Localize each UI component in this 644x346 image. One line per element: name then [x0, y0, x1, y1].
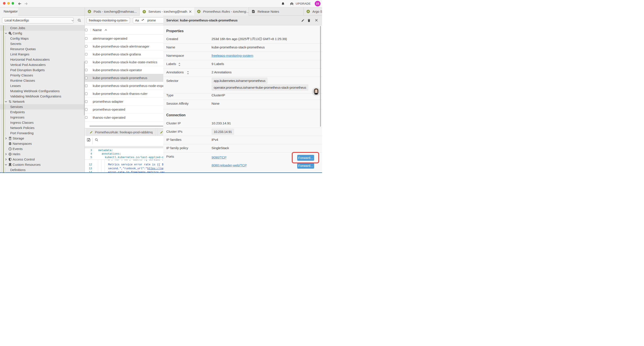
svg-text:*: * — [143, 19, 144, 21]
